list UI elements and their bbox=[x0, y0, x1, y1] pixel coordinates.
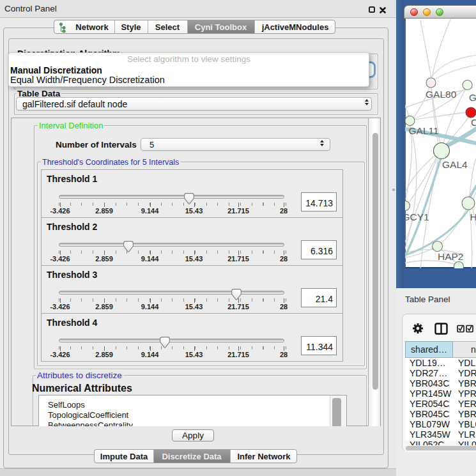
svg-text:C: C bbox=[471, 117, 476, 128]
svg-text:GAL80: GAL80 bbox=[426, 89, 457, 100]
svg-text:HAP2: HAP2 bbox=[438, 251, 464, 262]
svg-text:GAL4: GAL4 bbox=[442, 159, 468, 170]
svg-text:H: H bbox=[470, 211, 476, 222]
svg-text:GAL11: GAL11 bbox=[409, 125, 439, 136]
svg-text:GCY1: GCY1 bbox=[405, 211, 429, 222]
svg-text:GA: GA bbox=[469, 92, 476, 103]
